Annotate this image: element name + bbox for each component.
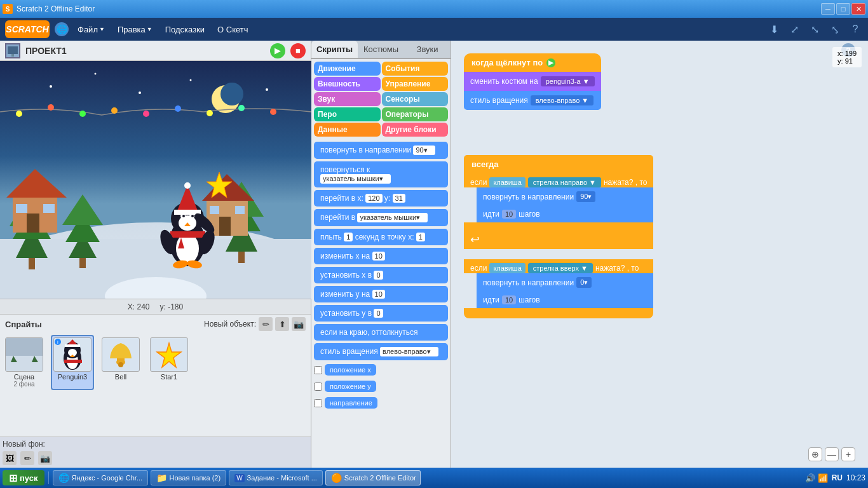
language-button[interactable]: 🌐: [55, 22, 69, 36]
bg-camera-button[interactable]: 📷: [38, 451, 52, 465]
taskbar: ⊞ пуск 🌐 Яндекс - Google Chr... 📁 Новая …: [0, 468, 868, 488]
block-set-x[interactable]: установить x в 0: [314, 267, 448, 283]
zoom-out-button[interactable]: —: [825, 447, 839, 461]
draw-sprite-button[interactable]: ✏: [259, 317, 273, 331]
taskbar-app-word[interactable]: W Задание - Microsoft ...: [229, 470, 323, 485]
block-pos-y-reporter[interactable]: положение у: [325, 381, 376, 392]
costume-dropdown[interactable]: penguin3-a ▼: [541, 76, 595, 86]
block-move-10[interactable]: идти 10 шагов: [477, 206, 653, 222]
block-rotation-style-script[interactable]: стиль вращения влево-вправо ▼: [464, 91, 601, 110]
block-pos-x-checkbox[interactable]: [314, 366, 322, 374]
block-move-10-up[interactable]: идти 10 шагов: [477, 292, 653, 308]
cat-control-button[interactable]: Управление: [382, 77, 449, 91]
rotation-dropdown[interactable]: влево-вправо ▼: [531, 95, 593, 105]
close-button[interactable]: ✕: [851, 3, 865, 15]
share-button[interactable]: ⤣: [827, 22, 843, 37]
cat-sensing-button[interactable]: Сенсоры: [382, 92, 449, 106]
stop-button[interactable]: ■: [290, 43, 306, 58]
block-turn-90[interactable]: повернуть в направлении 90▾: [477, 187, 653, 206]
move-10-val[interactable]: 10: [502, 210, 516, 219]
block-set-x-val[interactable]: 0: [374, 271, 383, 280]
block-set-y-val[interactable]: 0: [374, 309, 383, 318]
tab-sounds[interactable]: Звуки: [404, 41, 451, 58]
cat-motion-button[interactable]: Движение: [314, 62, 381, 76]
sprite-item-star[interactable]: Star1: [147, 335, 191, 390]
fullscreen-button[interactable]: ⤢: [787, 22, 802, 37]
block-face-towards-val[interactable]: указатель мышки▾: [320, 174, 391, 184]
download-button[interactable]: ⬇: [766, 22, 782, 37]
hat-when-flag[interactable]: когда щёлкнут по ▶: [464, 53, 601, 72]
start-button[interactable]: ⊞ пуск: [3, 470, 44, 485]
svg-rect-66: [6, 356, 43, 371]
bg-image-button[interactable]: 🖼: [3, 451, 17, 465]
cat-looks-button[interactable]: Внешность: [314, 77, 381, 91]
cat-pen-button[interactable]: Перо: [314, 107, 381, 121]
block-goto-pointer[interactable]: перейти в указатель мышки▾: [314, 209, 448, 226]
language-indicator[interactable]: RU: [832, 473, 843, 482]
green-flag-icon: ▶: [546, 58, 555, 67]
block-change-x-val[interactable]: 10: [372, 252, 385, 261]
block-goto-pointer-val[interactable]: указатель мышки▾: [357, 213, 428, 222]
cat-sound-button[interactable]: Звук: [314, 92, 381, 106]
sprite-item-penguin[interactable]: i Penguin3: [51, 335, 94, 390]
block-glide-x[interactable]: 1: [416, 233, 425, 241]
block-turn-direction-val[interactable]: 90▾: [413, 146, 435, 155]
taskbar-app-folder[interactable]: 📁 Новая папка (2): [151, 470, 227, 485]
cat-more-button[interactable]: Другие блоки: [382, 123, 449, 137]
key-up-dropdown[interactable]: стрелка вверх ▼: [528, 263, 593, 273]
green-flag-button[interactable]: ▶: [270, 43, 285, 58]
block-goto-y-val[interactable]: 31: [393, 194, 405, 203]
forever-block[interactable]: всегда: [464, 155, 653, 173]
block-goto-x-val[interactable]: 120: [365, 194, 382, 203]
tab-costumes[interactable]: Костюмы: [358, 41, 404, 58]
block-face-towards[interactable]: повернуться к указатель мышки▾: [314, 161, 448, 187]
menu-about[interactable]: О Скетч: [214, 22, 252, 37]
block-set-y[interactable]: установить у в 0: [314, 305, 448, 322]
key-right-dropdown[interactable]: стрелка направо ▼: [528, 177, 601, 187]
block-pos-x-reporter[interactable]: положение x: [325, 364, 376, 376]
sprite-item-scene[interactable]: Сцена 2 фона: [3, 335, 46, 390]
block-turn-direction[interactable]: повернуть в направлении 90▾: [314, 142, 448, 159]
block-switch-costume[interactable]: сменить костюм на penguin3-a ▼: [464, 72, 601, 91]
turn-0-dropdown[interactable]: 0▾: [576, 277, 592, 288]
block-change-x[interactable]: изменить x на 10: [314, 248, 448, 264]
block-turn-0[interactable]: повернуть в направлении 0▾: [477, 273, 653, 292]
maximize-button[interactable]: □: [836, 3, 850, 15]
logo-text: SCRATCH: [6, 24, 48, 34]
turn-90-dropdown[interactable]: 90▾: [576, 191, 595, 202]
block-goto-xy[interactable]: перейти в x: 120 y: 31: [314, 190, 448, 207]
block-change-y[interactable]: изменить у на 10: [314, 286, 448, 302]
minimize-button[interactable]: ─: [821, 3, 835, 15]
block-glide-secs[interactable]: 1: [344, 233, 353, 241]
block-glide[interactable]: плыть 1 секунд в точку x: 1: [314, 229, 448, 245]
menu-tips[interactable]: Подсказки: [161, 22, 208, 37]
menu-edit[interactable]: Правка ▼: [114, 22, 156, 37]
expand-button[interactable]: ⤡: [807, 22, 822, 37]
block-direction-checkbox[interactable]: [314, 399, 322, 407]
tab-scripts[interactable]: Скрипты: [311, 41, 358, 58]
cat-data-button[interactable]: Данные: [314, 123, 381, 137]
if-right-arrow[interactable]: если клавиша стрелка направо ▼ нажата? ,…: [464, 173, 653, 187]
sprite-item-bell[interactable]: Bell: [99, 335, 142, 390]
if-up-arrow[interactable]: если клавиша стрелка вверх ▼ нажата? , т…: [464, 259, 653, 273]
zoom-in-button[interactable]: +: [841, 447, 855, 461]
menu-file[interactable]: Файл ▼: [74, 22, 109, 37]
upload-sprite-button[interactable]: ⬆: [275, 317, 289, 331]
block-direction-reporter[interactable]: направление: [325, 397, 377, 409]
block-change-y-val[interactable]: 10: [372, 290, 385, 299]
block-rotation-style[interactable]: стиль вращения влево-вправо▾: [314, 343, 448, 360]
move-10-up-val[interactable]: 10: [502, 295, 516, 304]
block-pos-y-checkbox[interactable]: [314, 383, 322, 391]
taskbar-app-chrome[interactable]: 🌐 Яндекс - Google Chr...: [53, 470, 148, 485]
block-rotation-val[interactable]: влево-вправо▾: [380, 347, 438, 356]
help-button[interactable]: ?: [848, 22, 863, 37]
camera-sprite-button[interactable]: 📷: [292, 317, 306, 331]
zoom-fit-button[interactable]: ⊕: [808, 447, 822, 461]
taskbar-app-scratch[interactable]: 🟠 Scratch 2 Offline Editor: [325, 470, 421, 485]
block-bounce[interactable]: если на краю, оттолкнуться: [314, 324, 448, 341]
cat-events-button[interactable]: События: [382, 62, 449, 76]
bg-draw-button[interactable]: ✏: [20, 451, 34, 465]
if-up-inner: повернуть в направлении 0▾ идти 10 шагов: [477, 273, 653, 308]
svg-rect-44: [235, 206, 245, 214]
cat-operators-button[interactable]: Операторы: [382, 107, 449, 121]
